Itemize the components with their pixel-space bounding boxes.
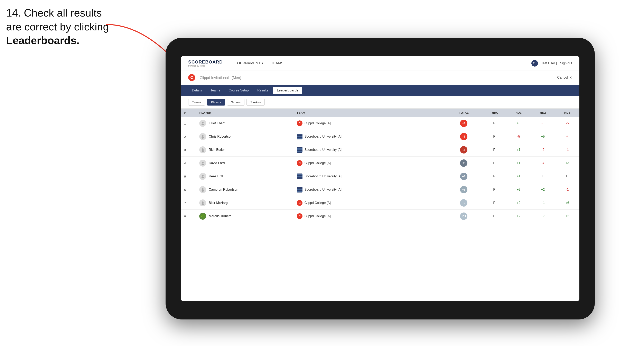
nav-teams[interactable]: TEAMS <box>271 60 284 66</box>
cell-total: -4 <box>446 130 482 143</box>
cell-team: Scoreboard University [A] <box>294 130 446 143</box>
cell-total: +1 <box>446 170 482 183</box>
cell-rd3: -1 <box>555 183 580 196</box>
cell-rd2: -6 <box>531 117 555 130</box>
player-avatar <box>199 133 206 140</box>
cell-rd3: -1 <box>555 143 580 157</box>
cell-thru: F <box>482 157 506 170</box>
tournament-icon: C <box>188 74 195 81</box>
sub-navigation: Details Teams Course Setup Results Leade… <box>181 85 580 96</box>
cell-rd2: +7 <box>531 210 555 223</box>
cell-rd3: -5 <box>555 117 580 130</box>
player-avatar: 🌿 <box>199 213 206 220</box>
tab-teams[interactable]: Teams <box>207 87 224 94</box>
col-header-rd3: RD3 <box>555 109 580 117</box>
col-header-total: TOTAL <box>446 109 482 117</box>
team-logo <box>297 173 302 179</box>
tournament-name: Clippd Invitational (Men) <box>198 75 241 80</box>
top-navigation: SCOREBOARD Powered by clippd TOURNAMENTS… <box>181 56 580 70</box>
cell-total: E <box>446 157 482 170</box>
cell-team: Scoreboard University [A] <box>294 143 446 157</box>
cell-rd1: +2 <box>506 196 531 210</box>
cell-thru: F <box>482 130 506 143</box>
cell-total: -2 <box>446 143 482 157</box>
svg-point-4 <box>202 137 204 139</box>
tab-results[interactable]: Results <box>254 87 272 94</box>
col-header-team: TEAM <box>294 109 446 117</box>
cell-player: Cameron Robertson <box>196 183 293 196</box>
cell-rank: 6 <box>181 183 196 196</box>
svg-point-13 <box>202 201 204 203</box>
logo: SCOREBOARD Powered by clippd <box>188 59 223 67</box>
player-avatar <box>199 160 206 167</box>
svg-point-9 <box>202 175 204 176</box>
cell-thru: F <box>482 183 506 196</box>
cell-rank: 1 <box>181 117 196 130</box>
svg-point-1 <box>202 122 204 124</box>
cell-total: +9 <box>446 196 482 210</box>
cell-rd2: E <box>531 170 555 183</box>
cell-rd1: +5 <box>506 183 531 196</box>
cell-rd3: +2 <box>555 210 580 223</box>
tablet-screen: SCOREBOARD Powered by clippd TOURNAMENTS… <box>181 56 580 301</box>
cell-rd1: +2 <box>506 210 531 223</box>
nav-right: TU Test User | Sign out <box>532 60 572 67</box>
player-avatar <box>199 186 206 193</box>
table-header-row: # PLAYER TEAM TOTAL THRU RD1 RD2 RD3 <box>181 109 580 117</box>
svg-point-6 <box>202 150 204 152</box>
cell-rd2: +1 <box>531 196 555 210</box>
svg-point-5 <box>202 148 204 150</box>
team-logo <box>297 187 302 192</box>
cell-team: Scoreboard University [A] <box>294 183 446 196</box>
table-row: 4 David Ford C Clippd College [A] E F +1… <box>181 157 580 170</box>
cell-player: David Ford <box>196 157 293 170</box>
svg-point-7 <box>202 162 204 163</box>
cell-player: Elliot Ebert <box>196 117 293 130</box>
cell-rank: 8 <box>181 210 196 223</box>
cell-rank: 5 <box>181 170 196 183</box>
filter-teams[interactable]: Teams <box>188 99 205 106</box>
player-avatar <box>199 146 206 153</box>
svg-point-10 <box>202 177 204 178</box>
cell-player: Blair McHarg <box>196 196 293 210</box>
cell-rd1: +1 <box>506 157 531 170</box>
filter-players[interactable]: Players <box>207 99 225 106</box>
team-logo: C <box>297 160 302 166</box>
cell-team: Scoreboard University [A] <box>294 170 446 183</box>
col-header-thru: THRU <box>482 109 506 117</box>
table-row: 8 🌿 Marcus Turners C Clippd College [A] … <box>181 210 580 223</box>
col-header-rank: # <box>181 109 196 117</box>
team-logo <box>297 147 302 153</box>
cell-player: Rees Britt <box>196 170 293 183</box>
svg-point-14 <box>202 203 204 205</box>
close-icon: ✕ <box>569 76 572 80</box>
cell-total: -8 <box>446 117 482 130</box>
logo-text: SCOREBOARD <box>188 59 223 65</box>
tab-details[interactable]: Details <box>188 87 206 94</box>
table-row: 2 Chris Robertson Scoreboard University … <box>181 130 580 143</box>
svg-point-8 <box>202 164 204 165</box>
cell-rd2: +5 <box>531 130 555 143</box>
logo-sub: Powered by clippd <box>188 65 223 67</box>
svg-point-3 <box>202 135 204 137</box>
cell-thru: F <box>482 196 506 210</box>
sign-out-link[interactable]: Sign out <box>560 61 572 65</box>
filter-scores[interactable]: Scores <box>227 99 244 106</box>
player-avatar <box>199 173 206 180</box>
nav-tournaments[interactable]: TOURNAMENTS <box>235 60 263 66</box>
user-avatar: TU <box>532 60 538 67</box>
cell-total: +6 <box>446 183 482 196</box>
cancel-button[interactable]: Cancel ✕ <box>557 76 572 80</box>
tab-course-setup[interactable]: Course Setup <box>225 87 252 94</box>
cell-rd2: +2 <box>531 183 555 196</box>
tab-leaderboards[interactable]: Leaderboards <box>273 87 302 94</box>
filter-strokes[interactable]: Strokes <box>246 99 265 106</box>
col-header-rd2: RD2 <box>531 109 555 117</box>
cell-rd3: E <box>555 170 580 183</box>
team-logo: C <box>297 213 302 219</box>
table-row: 1 Elliot Ebert C Clippd College [A] -8 F… <box>181 117 580 130</box>
cell-rd1: +1 <box>506 170 531 183</box>
cell-rd1: +3 <box>506 117 531 130</box>
player-avatar <box>199 120 206 127</box>
cell-rank: 4 <box>181 157 196 170</box>
